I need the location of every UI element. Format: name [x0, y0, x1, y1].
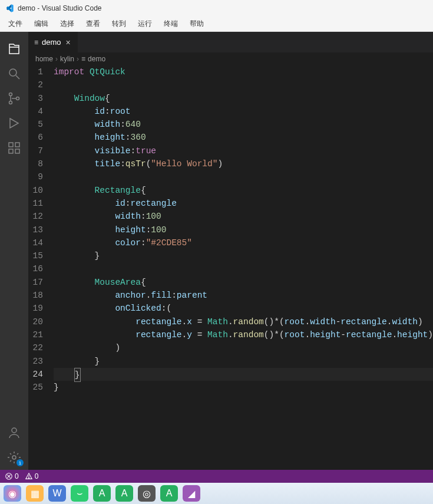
- code-line[interactable]: Window{: [54, 92, 433, 105]
- accounts-icon[interactable]: [0, 420, 28, 445]
- code-line[interactable]: width:640: [54, 118, 433, 131]
- run-debug-icon[interactable]: [0, 111, 28, 136]
- svg-rect-8: [15, 143, 19, 147]
- line-number: 21: [28, 328, 43, 341]
- tab-demo[interactable]: ≡ demo ×: [28, 32, 78, 52]
- line-number: 13: [28, 223, 43, 236]
- line-number: 12: [28, 210, 43, 223]
- taskbar-start-icon[interactable]: ◉: [4, 485, 21, 502]
- line-number: 8: [28, 157, 43, 170]
- taskbar-app-icon[interactable]: ◎: [138, 485, 156, 502]
- code-line[interactable]: color:"#2CDE85": [54, 236, 433, 249]
- code-line[interactable]: visible:true: [54, 144, 433, 157]
- code-line[interactable]: onClicked:(: [54, 302, 433, 315]
- titlebar: demo - Visual Studio Code: [0, 0, 433, 17]
- code-line[interactable]: }: [54, 368, 433, 381]
- code-line[interactable]: height:360: [54, 131, 433, 144]
- line-number: 20: [28, 315, 43, 328]
- code-line[interactable]: rectangle.y = Math.random()*(root.height…: [54, 328, 433, 341]
- code-editor[interactable]: 1234567891011121314151617181920212223242…: [28, 65, 433, 470]
- taskbar-wps-icon[interactable]: W: [48, 485, 66, 502]
- svg-point-15: [28, 477, 29, 478]
- svg-point-3: [9, 101, 12, 104]
- code-line[interactable]: MouseArea{: [54, 276, 433, 289]
- source-control-icon[interactable]: [0, 86, 28, 111]
- svg-point-2: [9, 93, 12, 96]
- menu-help[interactable]: 帮助: [184, 17, 210, 31]
- svg-point-4: [16, 97, 19, 100]
- menu-edit[interactable]: 编辑: [28, 17, 54, 31]
- line-number: 3: [28, 92, 43, 105]
- menu-view[interactable]: 查看: [80, 17, 106, 31]
- menu-terminal[interactable]: 终端: [158, 17, 184, 31]
- svg-point-9: [12, 428, 16, 433]
- line-number: 11: [28, 197, 43, 210]
- line-number: 24: [28, 368, 43, 381]
- line-number: 18: [28, 289, 43, 302]
- taskbar-app-icon[interactable]: A: [93, 485, 111, 502]
- statusbar: 0 0: [0, 470, 433, 483]
- menu-go[interactable]: 转到: [106, 17, 132, 31]
- taskbar-app-icon[interactable]: A: [115, 485, 133, 502]
- status-warnings[interactable]: 0: [25, 472, 39, 480]
- code-line[interactable]: [54, 262, 433, 275]
- line-number: 19: [28, 302, 43, 315]
- taskbar-app-icon[interactable]: ▦: [26, 485, 44, 502]
- breadcrumb-part[interactable]: home: [35, 55, 53, 63]
- line-number: 23: [28, 355, 43, 368]
- line-number: 16: [28, 262, 43, 275]
- code-line[interactable]: id:root: [54, 105, 433, 118]
- taskbar-app-icon[interactable]: ◢: [183, 485, 200, 502]
- code-line[interactable]: rectangle.x = Math.random()*(root.width-…: [54, 315, 433, 328]
- code-line[interactable]: improt QtQuick: [54, 65, 433, 78]
- close-icon[interactable]: ×: [65, 38, 72, 47]
- search-icon[interactable]: [0, 61, 28, 86]
- code-line[interactable]: width:100: [54, 210, 433, 223]
- gutter: 1234567891011121314151617181920212223242…: [28, 65, 54, 470]
- svg-rect-5: [9, 143, 13, 147]
- line-number: 1: [28, 65, 43, 78]
- vscode-logo-icon: [5, 4, 14, 13]
- window-title: demo - Visual Studio Code: [18, 4, 102, 12]
- editor-tabs: ≡ demo ×: [28, 32, 433, 52]
- extensions-icon[interactable]: [0, 136, 28, 160]
- code-line[interactable]: ): [54, 341, 433, 354]
- settings-gear-icon[interactable]: 1: [0, 445, 28, 470]
- svg-rect-6: [9, 149, 13, 153]
- tab-label: demo: [42, 38, 61, 47]
- menu-file[interactable]: 文件: [2, 17, 28, 31]
- breadcrumb[interactable]: home › kylin › ≡ demo: [28, 52, 433, 65]
- code-line[interactable]: id:rectangle: [54, 197, 433, 210]
- code-line[interactable]: }: [54, 249, 433, 262]
- code-line[interactable]: }: [54, 381, 433, 394]
- line-number: 14: [28, 236, 43, 249]
- menubar: 文件 编辑 选择 查看 转到 运行 终端 帮助: [0, 17, 433, 32]
- code-line[interactable]: anchor.fill:parent: [54, 289, 433, 302]
- os-taskbar: ◉ ▦ W ⌣ A A ◎ A ◢: [0, 483, 433, 504]
- file-icon: ≡: [81, 55, 85, 63]
- svg-point-0: [9, 69, 16, 76]
- line-number: 7: [28, 144, 43, 157]
- error-icon: [5, 472, 13, 480]
- breadcrumb-part[interactable]: demo: [88, 55, 105, 63]
- line-number: 25: [28, 381, 43, 394]
- explorer-icon[interactable]: [0, 37, 28, 61]
- line-number: 10: [28, 184, 43, 197]
- code-line[interactable]: }: [54, 355, 433, 368]
- code-line[interactable]: [54, 78, 433, 91]
- breadcrumb-part[interactable]: kylin: [60, 55, 74, 63]
- code-line[interactable]: Rectangle{: [54, 184, 433, 197]
- line-number: 5: [28, 118, 43, 131]
- menu-run[interactable]: 运行: [132, 17, 158, 31]
- code-content[interactable]: improt QtQuick Window{ id:root width:640…: [54, 65, 433, 470]
- menu-select[interactable]: 选择: [54, 17, 80, 31]
- status-errors[interactable]: 0: [5, 472, 19, 480]
- code-line[interactable]: [54, 170, 433, 183]
- taskbar-app-icon[interactable]: ⌣: [71, 485, 88, 502]
- line-number: 17: [28, 276, 43, 289]
- taskbar-app-icon[interactable]: A: [160, 485, 178, 502]
- line-number: 4: [28, 105, 43, 118]
- code-line[interactable]: height:100: [54, 223, 433, 236]
- line-number: 6: [28, 131, 43, 144]
- code-line[interactable]: title:qsTr("Hello World"): [54, 157, 433, 170]
